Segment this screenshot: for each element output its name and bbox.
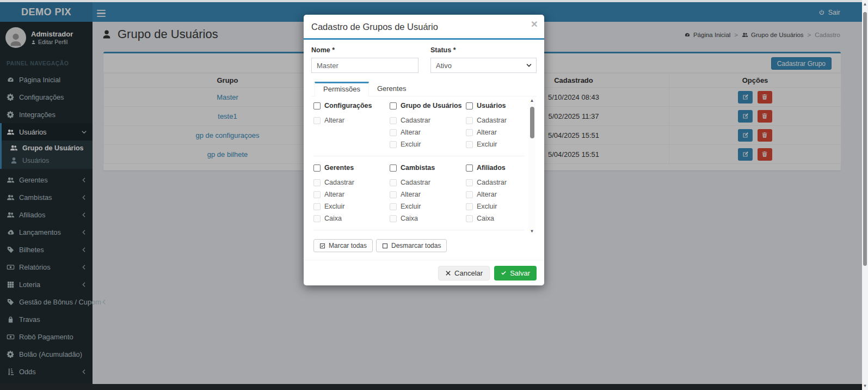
permission-label: Caixa [477,215,494,222]
permission-checkbox[interactable] [466,141,473,148]
modal-title: Cadastro de Grupos de Usuário [311,22,537,32]
permission-item[interactable]: Excluir [390,203,466,210]
scroll-down-arrow[interactable]: ▼ [528,229,535,234]
permission-checkbox[interactable] [390,203,397,210]
status-select[interactable]: Ativo [430,58,537,73]
permission-item[interactable]: Cadastrar [466,117,537,124]
permission-item[interactable]: Excluir [466,141,537,148]
permission-group-header[interactable]: Afiliados [466,164,537,172]
scroll-down-arrow[interactable]: ▼ [862,383,868,388]
permission-item[interactable]: Cadastrar [466,179,537,186]
permission-item[interactable]: Cadastrar [390,179,466,186]
permission-label: Cadastrar [477,117,507,124]
permission-checkbox[interactable] [466,215,473,222]
permission-group-header[interactable]: Usuários [466,102,537,109]
permission-group-afiliados: Afiliados Cadastrar Alterar Excluir [466,164,537,227]
group-checkbox[interactable] [466,102,473,109]
cadastro-grupo-modal: Cadastro de Grupos de Usuário × Nome * S… [304,15,544,285]
permission-label: Alterar [324,117,344,124]
app-window: Sair DEMO PIX Admistrador Editar Perfil … [0,0,868,390]
permission-group-header[interactable]: Cambistas [390,164,466,172]
permission-checkbox[interactable] [313,179,321,186]
tab-gerentes[interactable]: Gerentes [369,82,414,96]
group-checkbox[interactable] [390,164,397,172]
permission-item[interactable]: Alterar [390,191,466,198]
permission-checkbox[interactable] [466,129,473,136]
permission-label: Cadastrar [477,179,507,186]
permission-group-cambistas: Cambistas Cadastrar Alterar Excluir [390,164,466,227]
permission-item[interactable]: Alterar [313,191,390,198]
permission-group-gerentes: Gerentes Cadastrar Alterar Excluir [313,164,390,227]
check-icon [501,270,507,276]
permission-checkbox[interactable] [390,215,397,222]
permission-label: Excluir [324,203,345,210]
scroll-up-arrow[interactable]: ▲ [862,2,868,7]
marcar-todas-label: Marcar todas [329,242,367,249]
group-checkbox[interactable] [390,102,397,109]
group-checkbox[interactable] [466,164,473,172]
permission-label: Excluir [477,203,497,210]
permission-checkbox[interactable] [466,117,473,124]
modal-body: Nome * Status * Ativo Permissões Gerente… [304,40,544,252]
close-icon[interactable]: × [531,18,538,29]
permission-item[interactable]: Alterar [466,129,537,136]
cancel-button[interactable]: Cancelar [438,266,490,281]
permission-label: Excluir [401,203,421,210]
desmarcar-todas-button[interactable]: Desmarcar todas [376,239,447,252]
group-label: Gerentes [324,164,354,172]
marcar-todas-button[interactable]: Marcar todas [313,239,373,252]
permission-group-header[interactable]: Grupo de Usuários [390,102,466,109]
permission-item[interactable]: Excluir [390,141,466,148]
permission-checkbox[interactable] [313,215,321,222]
permission-group-configuracoes: Configurações Alterar [313,102,390,153]
permission-checkbox[interactable] [466,179,473,186]
group-checkbox[interactable] [313,164,321,172]
permission-checkbox[interactable] [466,203,473,210]
page-scrollbar[interactable]: ▲ ▼ [862,0,868,390]
permissions-scrollbar[interactable]: ▲ ▼ [528,99,535,234]
permission-label: Cadastrar [401,179,430,186]
divider [313,230,525,230]
window-top-edge [0,0,862,2]
permission-item[interactable]: Alterar [313,117,390,124]
permission-item[interactable]: Alterar [466,191,537,198]
permission-item[interactable]: Caixa [313,215,390,222]
permission-label: Cadastrar [324,179,354,186]
scrollbar-thumb[interactable] [530,107,534,138]
permission-group-header[interactable]: Configurações [313,102,390,109]
permission-checkbox[interactable] [390,141,397,148]
permission-checkbox[interactable] [390,191,397,198]
scroll-up-arrow[interactable]: ▲ [528,99,535,103]
permission-item[interactable]: Cadastrar [390,117,466,124]
permission-label: Alterar [324,191,344,198]
permission-item[interactable]: Caixa [390,215,466,222]
permission-group-header[interactable]: Gerentes [313,164,390,172]
permission-item[interactable]: Excluir [313,203,390,210]
tab-permissoes[interactable]: Permissões [315,82,369,96]
permission-checkbox[interactable] [313,191,321,198]
desmarcar-todas-label: Desmarcar todas [391,242,441,249]
scrollbar-thumb[interactable] [863,12,867,266]
permission-label: Cadastrar [401,117,430,124]
cancel-label: Cancelar [454,269,483,277]
permission-label: Caixa [324,215,342,222]
divider [313,156,525,156]
permission-checkbox[interactable] [313,203,321,210]
permission-checkbox[interactable] [390,117,397,124]
permission-checkbox[interactable] [390,179,397,186]
status-label: Status * [430,46,537,54]
permission-checkbox[interactable] [390,129,397,136]
group-label: Afiliados [477,164,506,172]
permission-item[interactable]: Caixa [466,215,537,222]
group-checkbox[interactable] [313,102,321,109]
check-square-icon [319,243,325,249]
permission-checkbox[interactable] [313,117,321,124]
permission-label: Excluir [401,141,421,148]
permission-checkbox[interactable] [466,191,473,198]
modal-tabs: Permissões Gerentes [311,82,537,96]
permission-item[interactable]: Alterar [390,129,466,136]
nome-input[interactable] [311,58,418,73]
permission-item[interactable]: Excluir [466,203,537,210]
permission-item[interactable]: Cadastrar [313,179,390,186]
save-button[interactable]: Salvar [494,266,537,281]
